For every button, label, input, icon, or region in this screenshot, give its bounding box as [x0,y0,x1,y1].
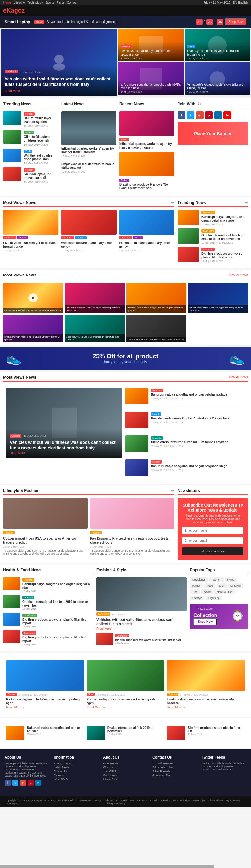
pinterest-icon[interactable]: p [205,111,213,119]
small-card-3[interactable]: Lifestyle China offers tariff-free quota… [125,435,245,452]
footer-pi-icon[interactable]: p [28,780,34,786]
footer-link-news[interactable]: News Tips [193,799,205,802]
tag-lightning[interactable]: Lightning [206,596,222,600]
small-card-4[interactable]: Recent Bahurupi natya sangotha and ongan… [125,459,245,476]
more-news-item-2[interactable]: Dhaka International folk 2019 to novembe… [87,726,165,740]
health-item-1[interactable]: Fashion Bahurupi natya sangotha and onga… [3,577,93,592]
trending-item-4[interactable]: Recent Shun Malaysia, In: above again oi… [3,167,58,183]
nav-sports[interactable]: Sports [45,1,54,4]
trending-item-1[interactable]: Recent DFL to return layer transfer syst… [3,111,58,127]
nav-home[interactable]: Home [3,1,11,4]
most-views-card-3[interactable]: RECENT TECH We needs declare planets ary… [119,210,174,252]
grid-card-7[interactable]: US voices Kashmir concern as Narratives … [127,315,187,342]
fashion-side-item-1[interactable]: Economic Big firm products top worst pla… [96,633,187,645]
trending-item-3[interactable]: Tech Will the real cuadra done please st… [3,149,58,165]
most-views-card-1[interactable]: RECENT MEDIA Five days on, hackers yet t… [3,210,58,252]
footer-link-about[interactable]: About Us [106,799,117,802]
collection-shop-button[interactable]: Shop Now [193,618,217,625]
fashion-read-more[interactable]: Read More → [96,627,115,630]
linkedin-icon[interactable]: in [214,111,222,119]
footer-link-info[interactable]: Informations [208,799,223,802]
small-card-2[interactable]: Health New demands mirror Cricket Austra… [125,411,245,428]
footer-info-link-4[interactable]: Careers [54,774,99,777]
big-card-readmore[interactable]: Read More → [10,451,29,455]
footer-link-account[interactable]: My Account [226,799,240,802]
tag-tech[interactable]: tech [217,583,227,588]
footer-link-privacy[interactable]: Privacy Policy [154,799,170,802]
footer-info-link-3[interactable]: Contact Us [54,770,99,773]
footer-info-link-1[interactable]: About Company [54,762,99,765]
latest-item-1[interactable]: Influential quarter, workers' agen try h… [61,147,116,160]
tag-food[interactable]: Food [204,583,216,588]
tag-lifestyle[interactable]: Lifestyle [228,583,243,588]
nav-technology[interactable]: Technology [27,1,43,4]
featured-readmore-3[interactable]: Read More → [167,706,186,709]
tag-politics[interactable]: politics [190,583,203,588]
footer-link-billing[interactable]: Billing & Privacy [106,802,125,805]
hero-read-more[interactable]: Read More → [5,89,24,93]
discount-banner[interactable]: 👟 25% Off for all product hurry to buy y… [0,347,251,370]
play-button-1[interactable]: ▶ [28,293,38,302]
trending-item-2-1[interactable]: FASHION Bahurupi natya sangotha and onga… [177,210,248,226]
tag-news-blog[interactable]: News & Blog [214,589,235,594]
nav-parks[interactable]: Parks [57,1,64,4]
tag-tips[interactable]: Tips [190,589,200,594]
footer-link-payment[interactable]: Payment Tips [173,799,190,802]
banner-placeholder[interactable]: Place Your Banner [177,122,248,145]
youtube-icon[interactable]: ▶ [223,111,231,119]
health-item-2[interactable]: Lifestyle Oitloka International folk fes… [3,595,93,610]
recent-item-2[interactable]: Nation Brazil to co-produce France's 'No… [119,152,174,190]
footer-info-link-5[interactable]: What We Do [54,778,99,781]
more-news-item-3[interactable]: Big firm products worst plastic filter l… [167,726,245,740]
tag-world[interactable]: World [201,589,213,594]
grid-card-3[interactable]: Kraftat Mohein Mahi sings Punjabi Jingam… [127,282,187,313]
recent-item-1[interactable]: World Influential quarter, workers' agen… [119,111,174,150]
latest-item-2[interactable]: Employees of Indian states to banks stri… [61,162,116,176]
featured-readmore-2[interactable]: Read More → [87,706,106,709]
tag-newsletter[interactable]: Newsletter [190,577,208,582]
small-card-1[interactable]: New Top Bahurupi natya sangotha and onga… [125,388,245,404]
newsletter-subscribe-button[interactable]: Subscribe Now [182,547,243,555]
lifestyle-card-2[interactable]: Fashion Pay Disparity Pry teachers threa… [90,498,174,555]
footer-gp-icon[interactable]: g+ [20,780,26,786]
logo[interactable]: eKagoz [3,7,25,14]
footer-li-icon[interactable]: in [35,780,41,786]
tag-lifestyle2[interactable]: Lifestyle [190,596,205,600]
grid-card-4[interactable]: Influential quarter, workers' agen try h… [188,282,248,313]
trending-item-2[interactable]: Nature Climate Disasters children face r… [3,130,58,146]
footer-link-contact[interactable]: Contact Us [137,799,151,802]
grid-card-1[interactable]: ▶ US voices Kashmir concern as Narrative… [3,282,63,313]
grid-card-2[interactable]: Influential quarter, workers' agen try h… [64,282,124,313]
footer-link-latest[interactable]: Latest News [119,799,135,802]
trending-item-2-2[interactable]: FASHION Oitloka International folk fest … [177,228,248,244]
fashion-main-card[interactable]: FASHION 13 JULY 2019 Vehicles without va… [96,577,187,631]
newsletter-name-input[interactable] [182,527,243,534]
featured-card-2[interactable]: New 0 Follows 51 12 July 2019 Risk of co… [87,660,165,709]
grid-card-5[interactable]: Kraftat Mohein Mahi sings Punjabi Jingam… [3,315,63,342]
footer-aboutus-link-2[interactable]: Why Us [103,766,148,769]
lifestyle-card-1[interactable]: Fashion Cotton import from USA to soar w… [3,498,87,555]
featured-readmore-1[interactable]: Read More → [6,706,25,709]
featured-card-3[interactable]: Popular 1 Follows 0 12 July 2019 In whic… [167,660,245,709]
most-views-card-2[interactable]: RECENT URBAN We needs declare planets ar… [61,210,116,252]
footer-aboutus-link-5[interactable]: Libero Clita [103,778,148,781]
facebook-icon[interactable]: f [177,111,185,119]
health-item-3[interactable]: Healthcare Big firm products top worst p… [3,613,93,628]
footer-fb-icon[interactable]: f [5,780,11,786]
more-news-item-1[interactable]: Bahurupi natya sangotha and ongan bel st… [6,726,84,740]
footer-aboutus-link-4[interactable]: Our Values [103,774,148,777]
tag-news[interactable]: News [225,577,237,582]
featured-card-1[interactable]: Recent 0 Follows 52 12 July 2019 Risk of… [6,660,84,709]
googleplus-icon[interactable]: g+ [196,111,203,119]
footer-tw-icon[interactable]: t [12,780,18,786]
most-views-big-viewall[interactable]: View All News [229,375,248,379]
nav-lifestyle[interactable]: Lifestyle [14,1,25,4]
footer-aboutus-link-1[interactable]: Who Are We [103,762,148,765]
view-all-link-2[interactable]: View All News [229,273,248,277]
trending-item-2-3[interactable]: RECENT Big firm products top worst plast… [177,247,248,262]
twitter-icon[interactable]: t [187,111,194,119]
footer-info-link-2[interactable]: Latest News [54,766,99,769]
footer-aboutus-link-3[interactable]: Join With Us [103,770,148,773]
newsletter-email-input[interactable] [182,537,243,544]
language-selector[interactable]: EN English [233,1,248,4]
